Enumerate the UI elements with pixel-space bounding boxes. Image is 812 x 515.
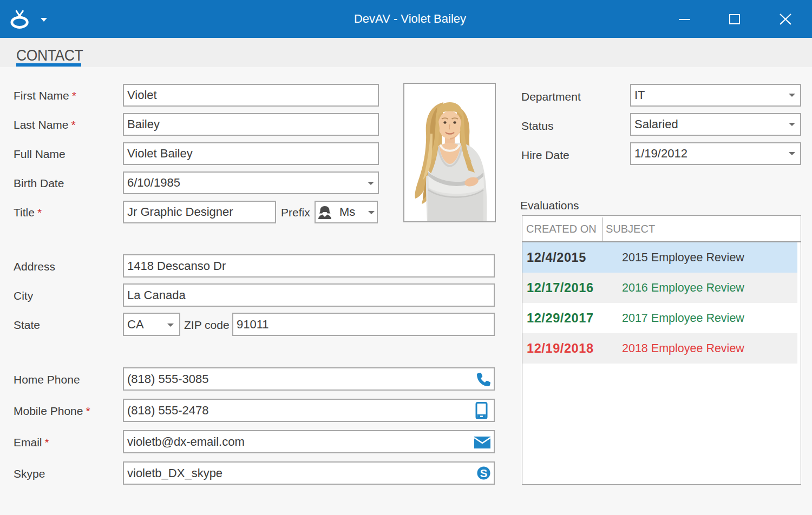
svg-text:S: S (480, 467, 488, 479)
